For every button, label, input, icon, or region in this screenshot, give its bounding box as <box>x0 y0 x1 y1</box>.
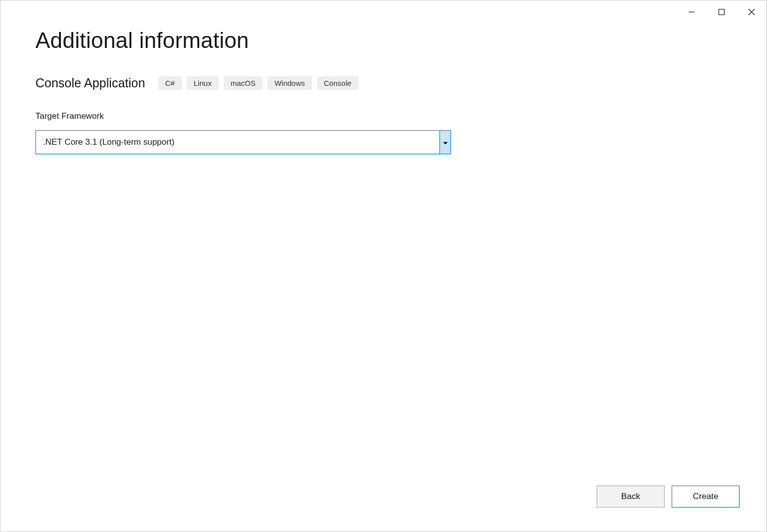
create-button[interactable]: Create <box>672 486 740 508</box>
minimize-button[interactable] <box>677 3 707 20</box>
template-info-row: Console Application C# Linux macOS Windo… <box>35 76 732 90</box>
maximize-button[interactable] <box>707 3 737 20</box>
create-button-label: Create <box>693 492 718 502</box>
template-tag: macOS <box>224 76 263 90</box>
target-framework-label: Target Framework <box>35 111 732 121</box>
back-button[interactable]: Back <box>597 486 665 508</box>
template-tag: C# <box>158 76 182 90</box>
project-template-name: Console Application <box>35 76 145 90</box>
dropdown-toggle-button[interactable] <box>439 131 450 154</box>
template-tag: Linux <box>187 76 219 90</box>
chevron-down-icon <box>443 138 447 147</box>
template-tag: Console <box>317 76 359 90</box>
template-tag: Windows <box>268 76 312 90</box>
page-title: Additional information <box>35 28 732 53</box>
svg-rect-1 <box>719 9 725 15</box>
back-button-label: Back <box>621 492 640 502</box>
target-framework-dropdown[interactable]: .NET Core 3.1 (Long-term support) <box>35 130 451 154</box>
close-button[interactable] <box>737 3 767 20</box>
template-tag-list: C# Linux macOS Windows Console <box>158 76 359 90</box>
target-framework-value: .NET Core 3.1 (Long-term support) <box>36 131 439 154</box>
window-titlebar <box>677 0 767 20</box>
footer-actions: Back Create <box>597 486 740 508</box>
